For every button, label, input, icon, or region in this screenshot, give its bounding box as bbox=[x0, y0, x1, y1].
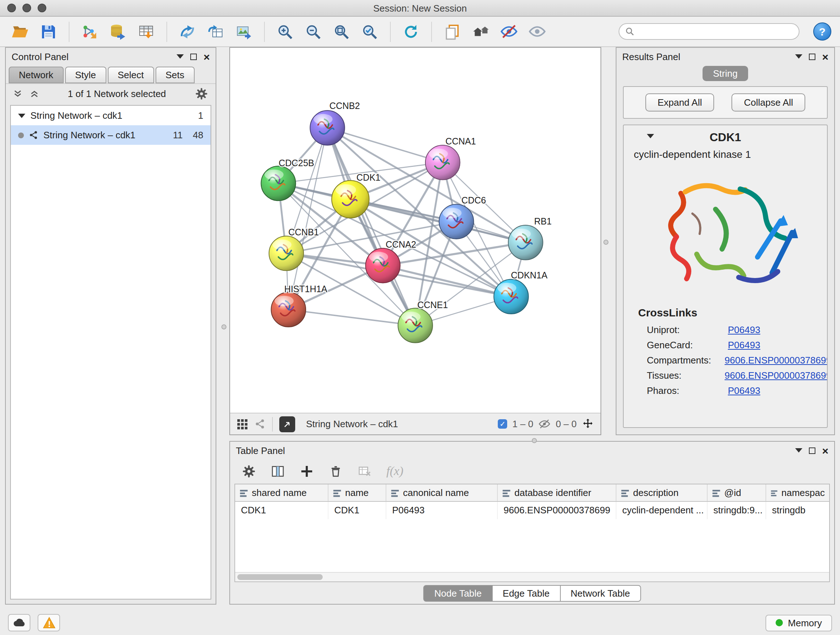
delete-table-icon-disabled bbox=[357, 464, 372, 478]
crosslink-value-link[interactable]: P06493 bbox=[728, 325, 760, 335]
network-canvas[interactable]: CCNB2CCNA1CDC25BCDK1CDC6RB1CCNB1CCNA2CDK… bbox=[230, 48, 600, 413]
show-all-button[interactable] bbox=[525, 20, 548, 43]
column-header--id[interactable]: @id bbox=[707, 485, 766, 501]
crosslink-value-link[interactable]: 9606.ENSP00000378699 bbox=[725, 355, 827, 366]
import-network-database-button[interactable] bbox=[106, 20, 129, 43]
gene-details-box: CDK1 cyclin-dependent kinase 1 bbox=[623, 125, 828, 428]
edge-count: 48 bbox=[193, 130, 203, 141]
network-edge-CCNB2-CCNA1[interactable] bbox=[327, 128, 443, 163]
column-header-name[interactable]: name bbox=[328, 485, 386, 501]
search-icon bbox=[625, 27, 635, 36]
grid-mode-icon[interactable] bbox=[237, 418, 248, 430]
column-header-shared-name[interactable]: shared name bbox=[235, 485, 328, 501]
pan-move-icon[interactable] bbox=[582, 418, 594, 430]
hidden-eye-icon bbox=[538, 418, 551, 430]
tab-sets[interactable]: Sets bbox=[155, 67, 194, 83]
table-panel: Table Panel × f(x) shared nam bbox=[229, 441, 835, 605]
gene-symbol: CDK1 bbox=[709, 131, 741, 143]
export-image-button[interactable] bbox=[232, 20, 256, 43]
tree-expand-icon[interactable] bbox=[18, 113, 25, 118]
scrollbar-thumb[interactable] bbox=[237, 574, 323, 580]
tab-node-table[interactable]: Node Table bbox=[423, 585, 493, 601]
toolbar-search[interactable] bbox=[619, 23, 799, 40]
crosslink-row: Compartments:9606.ENSP00000378699 bbox=[624, 353, 827, 368]
gene-description: cyclin-dependent kinase 1 bbox=[624, 147, 827, 163]
network-collection-label: String Network – cdk1 bbox=[30, 110, 122, 121]
zoom-out-button[interactable] bbox=[302, 20, 325, 43]
table-panel-header: Table Panel × bbox=[230, 442, 834, 459]
expand-all-button[interactable]: Expand All bbox=[645, 93, 714, 111]
open-session-button[interactable] bbox=[9, 20, 32, 43]
column-header-namespac[interactable]: namespac bbox=[766, 485, 829, 501]
gear-icon[interactable] bbox=[195, 87, 208, 101]
panel-maximize-icon[interactable] bbox=[809, 447, 815, 454]
search-input[interactable] bbox=[639, 26, 793, 37]
panel-close-icon[interactable]: × bbox=[822, 445, 829, 456]
cloud-services-button[interactable] bbox=[8, 614, 30, 631]
selected-checkbox-icon[interactable]: ✓ bbox=[498, 419, 507, 429]
zoom-fit-button[interactable] bbox=[330, 20, 353, 43]
help-button[interactable]: ? bbox=[813, 22, 831, 41]
network-node-label-CCNE1: CCNE1 bbox=[417, 300, 448, 310]
splitter-handle[interactable] bbox=[221, 325, 226, 329]
network-mode-icon[interactable] bbox=[255, 418, 265, 429]
new-network-from-selection-button[interactable] bbox=[176, 20, 199, 43]
column-header-database-identifier[interactable]: database identifier bbox=[498, 485, 616, 501]
apply-layout-button[interactable] bbox=[399, 20, 423, 43]
zoom-in-button[interactable] bbox=[273, 20, 297, 43]
crosslink-value-link[interactable]: P06493 bbox=[728, 340, 760, 350]
splitter-handle[interactable] bbox=[603, 240, 608, 245]
network-edge-CCNB2-HIST1H1A[interactable] bbox=[288, 128, 327, 310]
panel-close-icon[interactable]: × bbox=[822, 51, 829, 62]
tab-network[interactable]: Network bbox=[9, 67, 63, 83]
network-selection-bar: 1 of 1 Network selected bbox=[6, 83, 216, 103]
expand-all-icon[interactable] bbox=[30, 89, 39, 98]
panel-float-icon[interactable] bbox=[795, 54, 802, 59]
gene-header[interactable]: CDK1 bbox=[624, 125, 827, 147]
warnings-button[interactable] bbox=[38, 614, 60, 631]
collapse-all-icon[interactable] bbox=[13, 89, 22, 98]
memory-button[interactable]: Memory bbox=[766, 614, 832, 631]
show-columns-icon[interactable] bbox=[271, 464, 285, 478]
network-edge-HIST1H1A-CCNE1[interactable] bbox=[288, 310, 415, 325]
network-row[interactable]: String Network – cdk1 11 48 bbox=[11, 125, 210, 145]
crosslink-value-link[interactable]: P06493 bbox=[728, 385, 760, 396]
table-settings-gear-icon[interactable] bbox=[242, 464, 256, 478]
network-collection-row[interactable]: String Network – cdk1 1 bbox=[11, 106, 210, 125]
delete-column-icon[interactable] bbox=[328, 464, 343, 478]
zoom-selected-button[interactable] bbox=[358, 20, 381, 43]
add-column-icon[interactable] bbox=[300, 464, 314, 478]
open-session-icon bbox=[11, 22, 30, 41]
tab-edge-table[interactable]: Edge Table bbox=[493, 585, 561, 601]
table-row[interactable]: CDK1CDK1P064939606.ENSP00000378699cyclin… bbox=[235, 502, 829, 519]
import-table-button[interactable] bbox=[134, 20, 158, 43]
tab-style[interactable]: Style bbox=[65, 67, 106, 83]
panel-maximize-icon[interactable] bbox=[190, 53, 197, 60]
panel-maximize-icon[interactable] bbox=[809, 53, 815, 60]
tab-select[interactable]: Select bbox=[107, 67, 154, 83]
horizontal-scrollbar[interactable] bbox=[235, 572, 829, 581]
import-network-file-button[interactable] bbox=[78, 20, 101, 43]
detach-view-button[interactable] bbox=[279, 416, 295, 432]
network-edge-CCNB2-CCNE1[interactable] bbox=[327, 128, 415, 325]
tab-string[interactable]: String bbox=[702, 66, 748, 81]
copy-document-button[interactable] bbox=[441, 20, 464, 43]
panel-float-icon[interactable] bbox=[177, 54, 184, 59]
string-home-button[interactable] bbox=[469, 20, 492, 43]
collapse-all-button[interactable]: Collapse All bbox=[732, 93, 806, 111]
save-session-button[interactable] bbox=[37, 20, 60, 43]
tab-network-table[interactable]: Network Table bbox=[561, 585, 641, 601]
splitter-handle[interactable] bbox=[532, 438, 537, 443]
panel-close-icon[interactable]: × bbox=[203, 51, 210, 62]
column-header-description[interactable]: description bbox=[616, 485, 707, 501]
maximize-window-button[interactable] bbox=[38, 4, 46, 12]
close-window-button[interactable] bbox=[7, 4, 16, 12]
minimize-window-button[interactable] bbox=[22, 4, 31, 12]
panel-float-icon[interactable] bbox=[795, 448, 802, 453]
column-header-canonical-name[interactable]: canonical name bbox=[386, 485, 498, 501]
collapse-section-icon[interactable] bbox=[647, 134, 654, 138]
clone-network-button[interactable] bbox=[204, 20, 227, 43]
hide-selected-button[interactable] bbox=[497, 20, 520, 43]
network-node-label-CDC6: CDC6 bbox=[461, 195, 486, 205]
crosslink-value-link[interactable]: 9606.ENSP00000378699 bbox=[725, 370, 827, 381]
